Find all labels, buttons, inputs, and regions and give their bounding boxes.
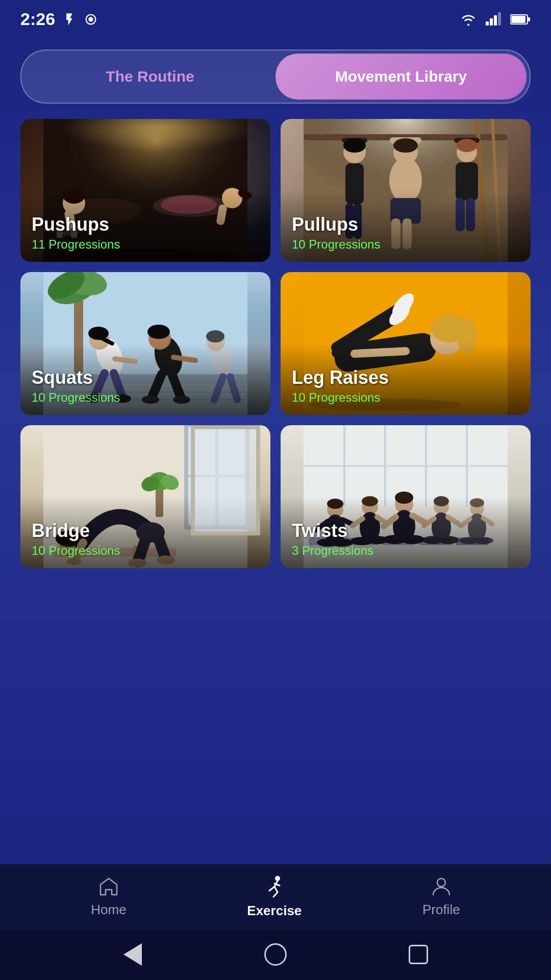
nav-home[interactable]: Home	[91, 875, 126, 918]
legraises-card[interactable]: Leg Raises 10 Progressions	[281, 272, 531, 415]
android-nav	[0, 929, 551, 980]
bottom-nav: Home Exercise Profile	[0, 864, 551, 929]
recents-button[interactable]	[406, 942, 431, 967]
profile-icon	[430, 875, 453, 898]
svg-rect-98	[186, 425, 247, 527]
svg-line-165	[274, 887, 278, 892]
routine-tab[interactable]: The Routine	[24, 54, 276, 100]
legraises-title: Leg Raises	[292, 367, 389, 388]
squats-info: Squats 10 Progressions	[32, 367, 120, 405]
squats-title: Squats	[32, 367, 120, 388]
wifi-icon	[459, 12, 478, 27]
legraises-info: Leg Raises 10 Progressions	[292, 367, 389, 405]
bridge-title: Bridge	[32, 520, 120, 542]
svg-rect-5	[498, 12, 501, 26]
twists-progressions: 3 Progressions	[292, 544, 373, 558]
pushups-progressions: 11 Progressions	[32, 237, 120, 252]
status-time: 2:26	[20, 9, 55, 29]
bridge-progressions: 10 Progressions	[32, 544, 120, 558]
home-button[interactable]	[263, 942, 288, 967]
status-left: 2:26	[20, 9, 98, 29]
signal-icon	[485, 12, 503, 27]
twists-title: Twists	[292, 520, 373, 542]
exercise-icon	[262, 874, 287, 899]
svg-point-1	[88, 17, 93, 21]
movement-library-tab[interactable]: Movement Library	[276, 54, 527, 100]
twists-info: Twists 3 Progressions	[292, 520, 373, 558]
legraises-progressions: 10 Progressions	[292, 390, 389, 405]
record-icon	[84, 12, 98, 27]
svg-line-164	[269, 887, 274, 891]
nav-exercise[interactable]: Exercise	[247, 874, 302, 919]
svg-rect-95	[186, 425, 247, 527]
pullups-progressions: 10 Progressions	[292, 237, 380, 252]
pullups-card[interactable]: Pullups 10 Progressions	[281, 119, 531, 262]
twists-card[interactable]: Twists 3 Progressions	[281, 425, 531, 568]
svg-point-33	[343, 138, 366, 153]
bridge-info: Bridge 10 Progressions	[32, 520, 120, 558]
status-bar: 2:26	[0, 0, 551, 34]
battery-icon	[510, 13, 531, 26]
svg-rect-7	[528, 17, 530, 21]
svg-point-80	[206, 330, 224, 342]
profile-label: Profile	[422, 902, 460, 918]
back-button[interactable]	[120, 942, 145, 967]
nav-profile[interactable]: Profile	[422, 875, 460, 918]
lightning-icon	[62, 12, 77, 27]
pullups-title: Pullups	[292, 214, 380, 235]
tab-switcher: The Routine Movement Library	[20, 50, 531, 104]
svg-rect-2	[486, 21, 489, 26]
exercise-grid: Pushups 11 Progressions	[20, 119, 531, 568]
bridge-card[interactable]: Bridge 10 Progressions	[20, 425, 270, 568]
status-right	[459, 12, 531, 27]
svg-rect-4	[494, 15, 497, 26]
svg-point-72	[147, 325, 170, 339]
squats-card[interactable]: Squats 10 Progressions	[20, 272, 270, 415]
home-label: Home	[91, 902, 126, 918]
pushups-title: Pushups	[32, 214, 120, 235]
svg-rect-3	[490, 18, 493, 26]
exercise-label: Exercise	[247, 903, 302, 919]
squats-progressions: 10 Progressions	[32, 390, 120, 405]
svg-point-168	[437, 878, 445, 887]
svg-point-48	[457, 139, 477, 152]
pushups-info: Pushups 11 Progressions	[32, 214, 120, 252]
svg-line-166	[273, 892, 278, 897]
svg-point-40	[393, 138, 418, 153]
home-icon	[97, 875, 120, 898]
pullups-info: Pullups 10 Progressions	[292, 214, 380, 252]
pushups-card[interactable]: Pushups 11 Progressions	[20, 119, 270, 262]
svg-rect-8	[511, 16, 525, 23]
